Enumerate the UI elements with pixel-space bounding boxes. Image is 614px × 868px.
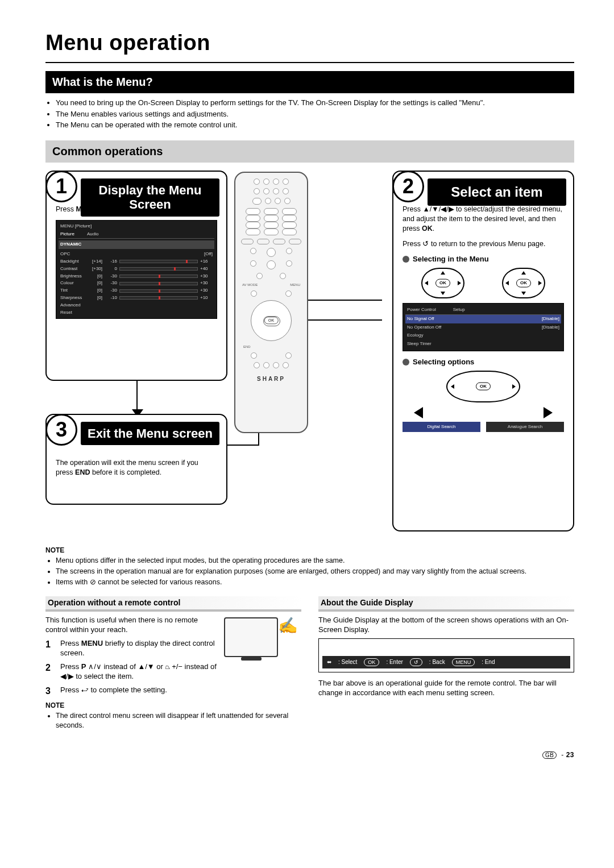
step-text: Press ⮐ to complete the setting. [60, 685, 218, 697]
menu-slider-row: Tint[0]-30+30 [59, 287, 214, 294]
remote-epg-button [273, 239, 285, 244]
menu-row-default: [0] [88, 295, 102, 301]
menu-row-label: Tint [60, 288, 86, 294]
menu-slider-row: Contrast[+30]0+40 [59, 265, 214, 273]
step-text: Press P ∧/∨ instead of ▲/▼ or ⏢ +/− inst… [60, 662, 218, 682]
menu-slider-row: Sharpness[0]-10+10 [59, 294, 214, 302]
osd-row-value: [Disable] [542, 316, 559, 322]
step-3-title: Exit the Menu screen [81, 422, 219, 445]
remote-menu-button [285, 290, 292, 297]
step-number: 2 [45, 662, 55, 682]
menu-row-label: Contrast [60, 266, 86, 272]
page-footer: GB - 23 [45, 750, 574, 759]
menu-breadcrumb: MENU [60, 223, 74, 229]
menu-pill: MENU [452, 658, 475, 666]
what-bullet: You need to bring up the On-Screen Displ… [56, 98, 574, 108]
remote-brand: SHARP [257, 375, 285, 383]
remote-atv-button [241, 239, 254, 244]
tv-icon [224, 617, 278, 657]
menu-row-min: -30 [105, 280, 117, 286]
hand-icon: ✍ [278, 615, 298, 637]
osd-row-label: Ecology [407, 333, 423, 339]
menu-row-default: [0] [88, 273, 102, 280]
menu-row-value: [Off] [204, 251, 213, 258]
osd-tab: Power Control [407, 307, 436, 313]
remote-ok-button: OK [264, 317, 279, 324]
menu-tab: Audio [87, 231, 98, 238]
step-number: 3 [45, 414, 77, 446]
menu-row-label: Brightness [60, 273, 86, 280]
menu-row-max: +16 [200, 259, 213, 265]
subsection-heading-guide: About the Guide Display [318, 596, 574, 612]
remote-avmode-button [251, 290, 257, 297]
menu-row-min: -30 [105, 288, 117, 294]
note-item: Items with ⊘ cannot be selected for vari… [56, 578, 574, 587]
note-item: The direct control menu screen will disa… [56, 711, 301, 730]
page-title: Menu operation [45, 28, 574, 63]
menu-row-slider [119, 267, 198, 271]
step-2-text-1: Press ▲/▼/◀/▶ to select/adjust the desir… [403, 205, 564, 234]
dpad-icon: OK [421, 268, 464, 298]
region-badge: GB [542, 751, 557, 759]
note-item: The screens in the operation manual are … [56, 567, 574, 576]
osd-row-label: No Operation Off [407, 325, 441, 331]
osd-tab: Setup [453, 307, 465, 313]
step-2-panel: 2 Select an item Press ▲/▼/◀/▶ to select… [392, 171, 574, 531]
connector-line [308, 300, 382, 301]
ok-label: OK [435, 279, 450, 288]
menu-row-label: Colour [60, 280, 86, 286]
menu-screenshot: MENU [Picture] Picture Audio DYNAMIC OPC… [56, 220, 217, 319]
menu-row-label: OPC [60, 251, 86, 258]
osd-row-value: [Disable] [542, 325, 559, 331]
option-box: Digital Search [403, 422, 480, 433]
guide-label: : Enter [386, 658, 403, 666]
osd-row: No Signal Off[Disable] [405, 315, 561, 323]
menu-row-max: +40 [200, 266, 213, 272]
osd-row: No Operation Off[Disable] [405, 323, 561, 332]
subsection-heading-no-remote: Operation without a remote control [45, 596, 301, 612]
subheading-selecting-menu: Selecting in the Menu [403, 254, 564, 264]
what-bullet: The Menu enables various settings and ad… [56, 109, 574, 119]
menu-row-label: Backlight [60, 259, 86, 265]
menu-row-min: -30 [105, 273, 117, 280]
menu-row-label: Sharpness [60, 295, 86, 301]
note-list: Menu options differ in the selected inpu… [45, 556, 574, 587]
step-number: 2 [392, 171, 424, 202]
remote-illustration: AV MODE MENU OK END SHARP [234, 172, 308, 433]
step-number: 1 [45, 171, 77, 202]
menu-slider-row: Colour[0]-30+30 [59, 280, 214, 287]
menu-row-slider [119, 289, 198, 293]
osd-row: Ecology [405, 331, 561, 340]
osd-screenshot: Power Control Setup No Signal Off[Disabl… [403, 303, 564, 351]
guide-intro: The Guide Display at the bottom of the s… [318, 615, 574, 635]
big-arrows-icon [403, 407, 564, 418]
remote-vod-button [289, 239, 301, 244]
step-3-text: The operation will exit the menu screen … [56, 459, 198, 476]
menu-row-label: Advanced [60, 302, 86, 309]
connector-line [227, 445, 259, 446]
menu-row-max: +10 [200, 295, 213, 301]
remote-dpad: OK [251, 300, 292, 341]
menu-row-slider [119, 275, 198, 278]
guide-label: : Back [429, 658, 445, 666]
operations-diagram: 1 Display the Menu Screen Press MENU and… [45, 172, 574, 541]
back-pill: ↺ [410, 658, 422, 666]
step-1-title: Display the Menu Screen [81, 178, 219, 217]
option-box: Analogue Search [486, 422, 564, 433]
step-3-panel: 3 Exit the Menu screen The operation wil… [45, 414, 227, 505]
menu-row-max: +30 [200, 280, 213, 286]
what-bullets: You need to bring up the On-Screen Displ… [45, 98, 574, 130]
dpad-wide-icon: OK [446, 371, 520, 402]
subheading-selecting-options: Selecting options [403, 357, 564, 367]
section-heading-common: Common operations [45, 140, 574, 163]
arrows-icon: ⬌ [327, 658, 331, 666]
guide-display-illustration: ⬌ : Select OK : Enter ↺ : Back MENU : En… [318, 638, 574, 672]
menu-row-default: [+14] [88, 259, 102, 265]
guide-label: : End [482, 658, 495, 666]
menu-row-slider [119, 260, 198, 263]
step-text: Press MENU briefly to display the direct… [60, 638, 218, 658]
step-1-panel: 1 Display the Menu Screen Press MENU and… [45, 171, 227, 381]
remote-label: END [239, 344, 251, 349]
menu-row-default: [0] [88, 280, 102, 286]
menu-row-default: [+30] [88, 266, 102, 272]
